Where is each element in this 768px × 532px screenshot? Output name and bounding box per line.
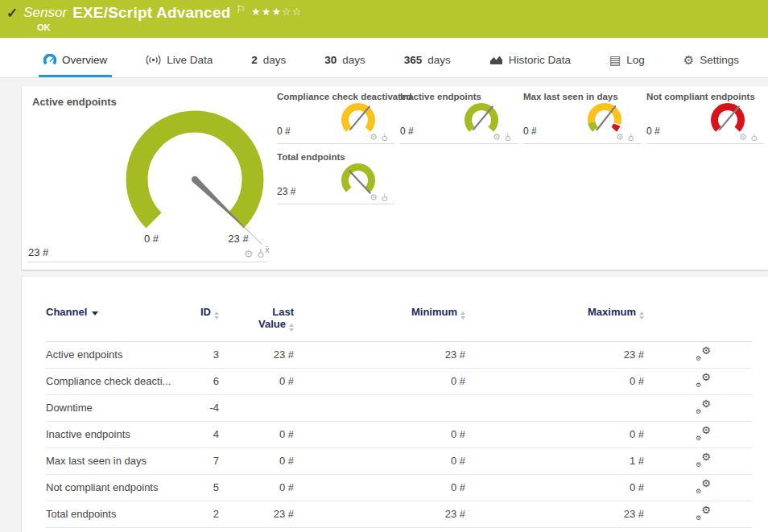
channel-minimum: 23 # — [294, 501, 465, 527]
channel-row-active-endpoints[interactable]: Active endpoints 3 23 # 23 # 23 # ⚙⚙ — [46, 341, 752, 368]
edit-channel-gears-icon[interactable]: ⚙⚙ — [696, 453, 711, 466]
channel-id: 7 — [175, 447, 219, 474]
channel-last-value: 23 # — [219, 341, 294, 368]
column-header-actions — [644, 277, 752, 341]
column-header-id[interactable]: ID — [175, 277, 219, 341]
column-label: Maximum — [588, 306, 636, 318]
channel-maximum: 1 # — [465, 447, 644, 474]
channel-maximum: 0 # — [465, 421, 644, 447]
edit-channel-gears-icon[interactable]: ⚙⚙ — [696, 427, 711, 439]
column-label: Value — [258, 318, 286, 330]
channel-maximum: 0 # — [465, 368, 644, 394]
channel-maximum: 23 # — [465, 501, 644, 527]
tab-365-days[interactable]: 365 days — [399, 47, 456, 77]
gauge-current-value: 0 # — [277, 126, 291, 137]
column-header-maximum[interactable]: Maximum — [465, 277, 644, 341]
priority-stars[interactable]: ★★★☆☆ — [251, 6, 302, 18]
gear-icon: ⚙ — [683, 54, 694, 66]
gauge-cell-inactive-endpoints: Inactive endpoints 0 # ⚙ ⚲ — [400, 92, 518, 144]
gauge-pin-icon[interactable]: ⚲ — [257, 249, 265, 259]
tab-label-number: 30 — [324, 54, 337, 66]
svg-text:x̄: x̄ — [265, 245, 270, 254]
channel-name: Total endpoints — [46, 501, 175, 527]
gauge-pin-icon[interactable]: ⚲ — [505, 133, 511, 142]
tab-historic-data[interactable]: Historic Data — [485, 47, 576, 77]
channel-minimum: 23 # — [294, 341, 465, 368]
channel-row-total-endpoints[interactable]: Total endpoints 2 23 # 23 # 23 # ⚙⚙ — [46, 501, 752, 527]
tab-label-number: 365 — [404, 54, 423, 66]
object-kind-label: Sensor — [23, 5, 67, 21]
channel-minimum: 0 # — [294, 474, 465, 501]
tab-label: Log — [626, 54, 645, 66]
channel-name: Downtime — [46, 394, 175, 421]
gauge-cell-compliance-check: Compliance check deactivated 0 # ⚙ ⚲ — [277, 92, 394, 144]
gauge-settings-gear-icon[interactable]: ⚙ — [739, 133, 747, 142]
channel-last-value: 23 # — [219, 501, 294, 527]
gauge-settings-gear-icon[interactable]: ⚙ — [370, 193, 378, 202]
tab-label: Overview — [62, 54, 107, 66]
sensor-tabbar: Overview Live Data 2 days 30 days 365 da… — [0, 38, 768, 78]
channel-name: Not compliant endpoints — [46, 474, 175, 501]
channel-minimum: 0 # — [294, 447, 465, 474]
gauge-pin-icon[interactable]: ⚲ — [382, 193, 388, 202]
channel-maximum: 0 # — [465, 474, 644, 501]
channel-row-downtime[interactable]: Downtime -4 ⚙⚙ — [46, 394, 752, 421]
channel-last-value: 0 # — [219, 421, 294, 447]
gauge-settings-gear-icon[interactable]: ⚙ — [616, 133, 624, 142]
tab-2-days[interactable]: 2 days — [246, 47, 291, 77]
area-chart-icon — [489, 55, 503, 65]
sort-icon — [639, 311, 644, 320]
channel-id: 6 — [175, 368, 219, 394]
sensor-title: EXE/Script Advanced — [72, 4, 230, 22]
tab-log[interactable]: ▤ Log — [605, 47, 650, 77]
tab-label-number: 2 — [251, 54, 258, 66]
channel-row-max-last-seen[interactable]: Max last seen in days 7 0 # 0 # 1 # ⚙⚙ — [46, 447, 752, 474]
gauge-current-value: 23 # — [28, 246, 48, 258]
tab-label: days — [342, 54, 365, 66]
gauge-pin-icon[interactable]: ⚲ — [382, 133, 388, 142]
tab-overview[interactable]: Overview — [39, 47, 112, 77]
tab-label: days — [263, 54, 287, 66]
gauge-pin-icon[interactable]: ⚲ — [628, 133, 634, 142]
column-header-last-value[interactable]: Last Value — [219, 277, 294, 341]
edit-channel-gears-icon[interactable]: ⚙⚙ — [696, 347, 711, 360]
svg-text:23 #: 23 # — [228, 233, 249, 245]
channel-row-inactive-endpoints[interactable]: Inactive endpoints 4 0 # 0 # 0 # ⚙⚙ — [46, 421, 752, 447]
channel-id: 4 — [175, 421, 219, 447]
gauge-pin-icon[interactable]: ⚲ — [751, 133, 758, 142]
log-icon: ▤ — [609, 54, 621, 66]
gauge-current-value: 0 # — [523, 126, 537, 137]
tab-label: Live Data — [167, 54, 213, 66]
stars-empty: ☆☆ — [282, 6, 302, 18]
channel-last-value: 0 # — [219, 368, 294, 394]
channel-last-value: 0 # — [219, 474, 294, 501]
tab-30-days[interactable]: 30 days — [320, 47, 370, 77]
column-header-channel[interactable]: Channel — [46, 277, 175, 341]
gauge-current-value: 0 # — [646, 126, 660, 137]
channel-id: 3 — [175, 341, 219, 368]
edit-channel-gears-icon[interactable]: ⚙⚙ — [696, 506, 711, 519]
tab-label: Historic Data — [509, 54, 571, 66]
edit-channel-gears-icon[interactable]: ⚙⚙ — [696, 400, 711, 413]
channel-row-not-compliant[interactable]: Not compliant endpoints 5 0 # 0 # 0 # ⚙⚙ — [46, 474, 752, 501]
gauge-settings-gear-icon[interactable]: ⚙ — [493, 133, 501, 142]
channel-last-value: 0 # — [219, 447, 294, 474]
tab-settings[interactable]: ⚙ Settings — [679, 47, 744, 77]
channel-id: 2 — [175, 501, 219, 527]
channel-id: 5 — [175, 474, 219, 501]
edit-channel-gears-icon[interactable]: ⚙⚙ — [696, 480, 711, 493]
gauges-panel: Active endpoints x̄0 #23 # 23 # ⚙ ⚲ Comp… — [22, 86, 768, 270]
column-header-minimum[interactable]: Minimum — [294, 277, 465, 341]
gauge-settings-gear-icon[interactable]: ⚙ — [370, 133, 378, 142]
gauge-cell-total-endpoints: Total endpoints 23 # ⚙ ⚲ — [277, 152, 394, 204]
channel-name: Active endpoints — [46, 341, 175, 368]
flag-icon[interactable]: ⚐ — [236, 3, 246, 15]
edit-channel-gears-icon[interactable]: ⚙⚙ — [696, 373, 711, 386]
gauge-settings-gear-icon[interactable]: ⚙ — [244, 249, 254, 259]
tab-live-data[interactable]: Live Data — [141, 47, 217, 77]
channel-last-value — [219, 394, 294, 421]
channel-row-compliance-check[interactable]: Compliance check deacti... 6 0 # 0 # 0 #… — [46, 368, 752, 394]
sort-icon — [214, 311, 219, 320]
channels-panel: Channel ID Last Value Minimum Maximum — [22, 277, 768, 532]
gauge-cell-not-compliant: Not compliant endpoints 0 # ⚙ ⚲ — [646, 92, 764, 144]
